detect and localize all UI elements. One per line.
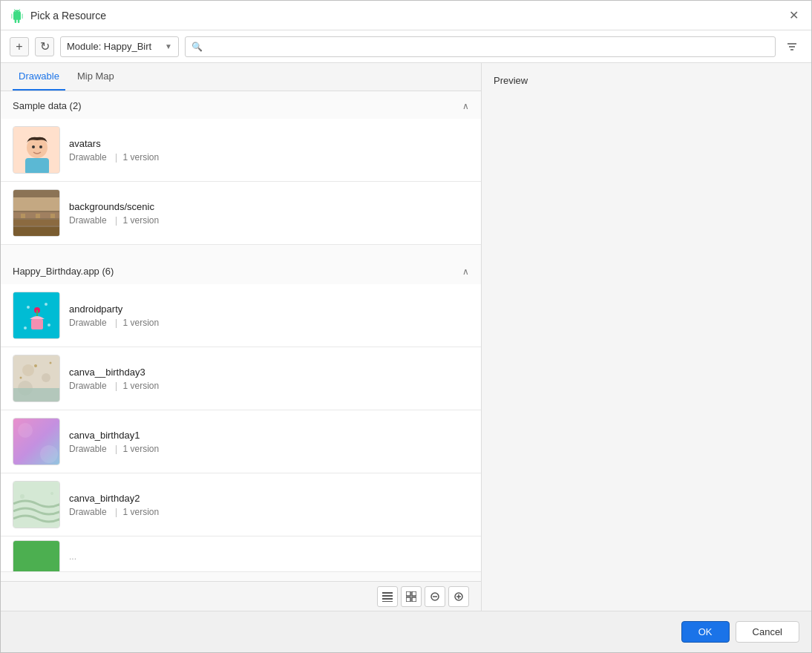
resource-version: 1 version bbox=[123, 152, 160, 163]
close-button[interactable]: ✕ bbox=[785, 7, 802, 24]
bg-image bbox=[13, 190, 60, 237]
list-item[interactable]: avatars Drawable | 1 version bbox=[1, 119, 481, 182]
list-view-button[interactable] bbox=[377, 586, 398, 607]
resource-thumbnail bbox=[13, 481, 60, 528]
resource-name: backgrounds/scenic bbox=[69, 201, 469, 212]
resource-info: ... bbox=[69, 551, 469, 565]
svg-rect-40 bbox=[382, 598, 393, 600]
resource-list: Sample data (2) ∧ bbox=[1, 91, 481, 581]
title-bar-left: Pick a Resource bbox=[10, 8, 106, 23]
section-collapse-icon[interactable]: ∧ bbox=[462, 266, 469, 277]
list-item[interactable]: canva_birthday2 Drawable | 1 version bbox=[1, 473, 481, 536]
search-input[interactable] bbox=[206, 41, 769, 52]
svg-rect-41 bbox=[382, 601, 393, 602]
separator: | bbox=[115, 152, 117, 163]
svg-point-33 bbox=[18, 423, 33, 438]
resource-version: 1 version bbox=[123, 507, 160, 517]
zoom-out-button[interactable] bbox=[425, 586, 445, 607]
grid-view-icon bbox=[406, 591, 416, 602]
resource-name: canva_birthday1 bbox=[69, 430, 469, 441]
preview-label: Preview bbox=[494, 75, 799, 86]
search-container: 🔍 bbox=[185, 36, 776, 57]
refresh-button[interactable]: ↻ bbox=[35, 37, 54, 56]
preview-panel: Preview bbox=[482, 63, 811, 611]
add-button[interactable]: + bbox=[10, 37, 29, 56]
resource-meta: Drawable | 1 version bbox=[69, 215, 469, 226]
party-thumb bbox=[13, 292, 60, 339]
separator: | bbox=[115, 215, 117, 226]
avatar-image bbox=[13, 127, 60, 174]
tab-drawable[interactable]: Drawable bbox=[13, 63, 65, 91]
section-gap bbox=[1, 245, 481, 257]
toolbar: + ↻ Module: Happy_Birt ▼ 🔍 bbox=[1, 30, 811, 63]
section-sample-data[interactable]: Sample data (2) ∧ bbox=[1, 91, 481, 119]
resource-thumbnail bbox=[13, 540, 60, 573]
resource-type: Drawable bbox=[69, 152, 107, 163]
cancel-button[interactable]: Cancel bbox=[736, 621, 799, 643]
svg-point-7 bbox=[39, 145, 42, 148]
resource-version: 1 version bbox=[123, 444, 160, 454]
resource-thumbnail bbox=[13, 189, 60, 237]
android-icon bbox=[10, 8, 24, 23]
svg-point-26 bbox=[42, 373, 50, 382]
birthday3-image bbox=[13, 355, 60, 402]
dialog-title: Pick a Resource bbox=[30, 10, 106, 22]
filter-button[interactable] bbox=[782, 36, 802, 57]
svg-rect-15 bbox=[50, 214, 55, 218]
resource-info: androidparty Drawable | 1 version bbox=[69, 303, 469, 328]
svg-point-34 bbox=[40, 445, 58, 463]
list-item[interactable]: backgrounds/scenic Drawable | 1 version bbox=[1, 182, 481, 245]
svg-point-23 bbox=[24, 326, 27, 329]
svg-rect-4 bbox=[25, 158, 49, 174]
left-panel: Drawable Mip Map Sample data (2) ∧ bbox=[1, 63, 482, 611]
svg-point-37 bbox=[50, 492, 53, 495]
resource-info: canva_birthday1 Drawable | 1 version bbox=[69, 430, 469, 454]
module-dropdown[interactable]: Module: Happy_Birt ▼ bbox=[60, 36, 179, 57]
svg-point-5 bbox=[27, 137, 48, 158]
section-happy-birthday[interactable]: Happy_Birthday.app (6) ∧ bbox=[1, 257, 481, 284]
section-collapse-icon[interactable]: ∧ bbox=[462, 101, 469, 111]
resource-version: 1 version bbox=[123, 215, 160, 226]
tab-mipmap[interactable]: Mip Map bbox=[71, 63, 120, 91]
svg-point-20 bbox=[27, 306, 30, 309]
footer: OK Cancel bbox=[1, 611, 811, 652]
list-item[interactable]: canva__birthday3 Drawable | 1 version bbox=[1, 347, 481, 410]
list-item[interactable]: ... bbox=[1, 536, 481, 572]
separator: | bbox=[115, 507, 117, 517]
svg-point-22 bbox=[48, 324, 50, 326]
resource-type: Drawable bbox=[69, 318, 107, 328]
section-happy-birthday-label: Happy_Birthday.app (6) bbox=[13, 266, 114, 277]
zoom-out-icon bbox=[430, 591, 440, 602]
resource-thumbnail bbox=[13, 292, 60, 339]
resource-info: backgrounds/scenic Drawable | 1 version bbox=[69, 201, 469, 226]
resource-type: Drawable bbox=[69, 444, 107, 454]
party-image bbox=[13, 292, 60, 339]
svg-rect-45 bbox=[412, 597, 416, 602]
separator: | bbox=[115, 444, 117, 454]
module-label: Module: Happy_Birt bbox=[67, 41, 151, 52]
svg-rect-44 bbox=[406, 597, 410, 602]
resource-type: Drawable bbox=[69, 215, 107, 226]
ok-button[interactable]: OK bbox=[681, 621, 730, 643]
svg-rect-38 bbox=[382, 592, 393, 594]
pick-resource-dialog: Pick a Resource ✕ + ↻ Module: Happy_Birt… bbox=[0, 0, 812, 653]
bottom-toolbar bbox=[1, 581, 481, 611]
resource-version: 1 version bbox=[123, 318, 160, 328]
chevron-down-icon: ▼ bbox=[165, 42, 172, 50]
list-item[interactable]: canva_birthday1 Drawable | 1 version bbox=[1, 410, 481, 473]
separator: | bbox=[115, 318, 117, 328]
svg-rect-11 bbox=[13, 227, 60, 237]
svg-rect-10 bbox=[13, 220, 60, 226]
list-item[interactable]: androidparty Drawable | 1 version bbox=[1, 284, 481, 347]
resource-name: androidparty bbox=[69, 303, 469, 315]
resource-thumbnail bbox=[13, 126, 60, 174]
resource-thumbnail bbox=[13, 418, 60, 465]
svg-point-25 bbox=[22, 364, 34, 376]
grid-view-button[interactable] bbox=[401, 586, 422, 607]
green-thumb bbox=[13, 541, 60, 573]
svg-rect-42 bbox=[406, 591, 410, 596]
svg-point-29 bbox=[34, 364, 37, 367]
resource-info: avatars Drawable | 1 version bbox=[69, 138, 469, 163]
resource-version: 1 version bbox=[123, 381, 160, 391]
zoom-in-button[interactable] bbox=[448, 586, 469, 607]
